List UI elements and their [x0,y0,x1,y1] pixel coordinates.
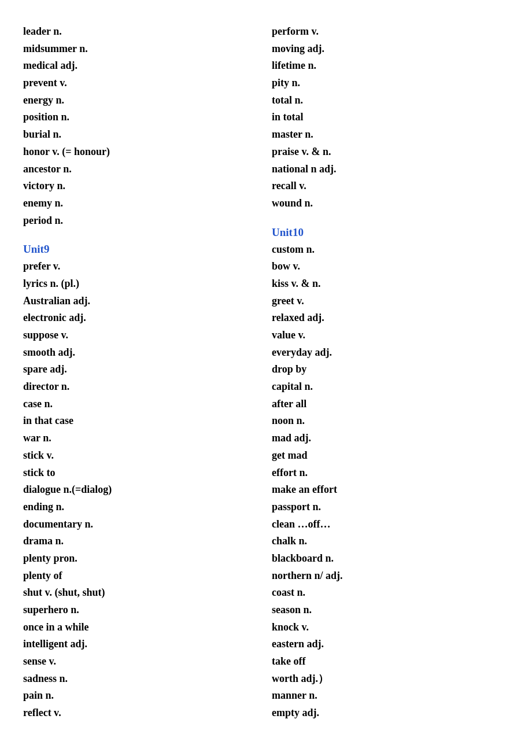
list-item: enemy n. [23,195,254,212]
list-item: drama n. [23,533,254,550]
unit9-list: prefer v.lyrics n. (pl.)Australian adj.e… [23,258,254,722]
list-item: spare adj. [23,361,254,378]
list-item: plenty pron. [23,550,254,567]
list-item: medical adj. [23,57,254,75]
list-item: praise v. & n. [272,143,509,161]
list-item: stick v. [23,447,254,464]
list-item: get mad [272,447,509,464]
list-item: make an effort [272,481,509,499]
list-item: superhero n. [23,602,254,619]
list-item: victory n. [23,178,254,195]
list-item: blackboard n. [272,550,509,567]
list-item: greet v. [272,293,509,310]
list-item: custom n. [272,241,509,259]
list-item: everyday adj. [272,344,509,362]
list-item: relaxed adj. [272,309,509,327]
list-item: stick to [23,464,254,482]
unit9-header: Unit9 [23,243,254,256]
list-item: mad adj. [272,430,509,447]
list-item: pain n. [23,687,254,705]
list-item: kiss v. & n. [272,275,509,293]
list-item: dialogue n.(=dialog) [23,481,254,499]
list-item: recall v. [272,178,509,195]
list-item: bow v. [272,258,509,275]
list-item: energy n. [23,92,254,109]
list-item: intelligent adj. [23,636,254,653]
list-item: honor v. (= honour) [23,143,254,161]
list-item: once in a while [23,619,254,636]
list-item: ancestor n. [23,161,254,178]
left-column: leader n.midsummer n.medical adj.prevent… [23,23,266,722]
list-item: passport n. [272,499,509,516]
list-item: effort n. [272,464,509,482]
list-item: wound n. [272,195,509,212]
list-item: season n. [272,602,509,619]
list-item: moving adj. [272,40,509,58]
left-top-list: leader n.midsummer n.medical adj.prevent… [23,23,254,229]
list-item: pity n. [272,75,509,92]
list-item: national n adj. [272,161,509,178]
list-item: burial n. [23,126,254,143]
list-item: reflect v. [23,705,254,722]
list-item: take off [272,653,509,670]
list-item: manner n. [272,687,509,705]
list-item: knock v. [272,619,509,636]
list-item: drop by [272,361,509,378]
unit10-list: custom n.bow v.kiss v. & n.greet v.relax… [272,241,509,722]
list-item: shut v. (shut, shut) [23,584,254,602]
list-item: prefer v. [23,258,254,275]
list-item: position n. [23,109,254,126]
list-item: coast n. [272,584,509,602]
list-item: chalk n. [272,533,509,550]
list-item: capital n. [272,378,509,396]
list-item: lifetime n. [272,57,509,75]
list-item: eastern adj. [272,636,509,653]
list-item: war n. [23,430,254,447]
list-item: suppose v. [23,327,254,344]
list-item: value v. [272,327,509,344]
list-item: worth adj.） [272,670,509,688]
list-item: total n. [272,92,509,109]
list-item: plenty of [23,567,254,585]
list-item: documentary n. [23,516,254,533]
list-item: master n. [272,126,509,143]
list-item: prevent v. [23,75,254,92]
list-item: in that case [23,412,254,430]
list-item: ending n. [23,499,254,516]
list-item: period n. [23,212,254,230]
list-item: case n. [23,396,254,413]
list-item: perform v. [272,23,509,40]
list-item: clean …off… [272,516,509,533]
list-item: noon n. [272,412,509,430]
list-item: Australian adj. [23,293,254,310]
list-item: in total [272,109,509,126]
list-item: midsummer n. [23,40,254,58]
list-item: lyrics n. (pl.) [23,275,254,293]
right-top-list: perform v.moving adj.lifetime n.pity n.t… [272,23,509,212]
list-item: leader n. [23,23,254,40]
list-item: electronic adj. [23,309,254,327]
list-item: northern n/ adj. [272,567,509,585]
unit10-header: Unit10 [272,226,509,239]
list-item: director n. [23,378,254,396]
list-item: smooth adj. [23,344,254,362]
list-item: empty adj. [272,705,509,722]
list-item: sense v. [23,653,254,670]
right-column: perform v.moving adj.lifetime n.pity n.t… [266,23,509,722]
list-item: sadness n. [23,670,254,688]
list-item: after all [272,396,509,413]
